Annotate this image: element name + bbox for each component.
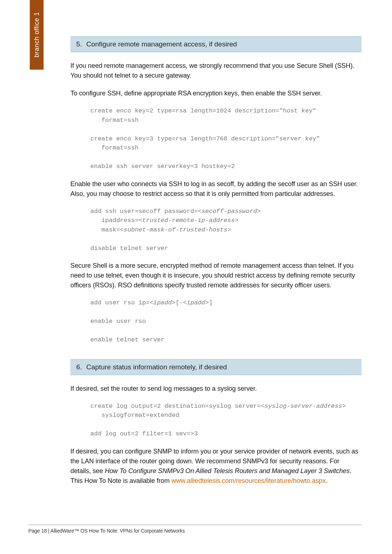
page-footer: Page 18 | AlliedWare™ OS How To Note: VP… [28,525,362,534]
page-content: 5.Configure remote management access, if… [70,36,362,494]
step-6-header: 6.Capture status information remotely, i… [70,359,362,375]
step-5-header: 5.Configure remote management access, if… [70,36,362,52]
step5-para1: If you need remote management access, we… [70,61,362,81]
step-6-title: Capture status information remotely, if … [86,363,227,371]
step5-para2: To configure SSH, define appropriate RSA… [70,89,362,98]
howto-link[interactable]: www.alliedtelesis.com/resources/literatu… [171,477,326,484]
step6-para2: If desired, you can configure SNMP to in… [70,447,362,486]
step-6-number: 6. [76,363,82,371]
side-tab-label: branch office 1 [33,12,41,57]
step-5-title: Configure remote management access, if d… [86,40,237,48]
step5-code2: add ssh user=secoff password=<secoff-pas… [90,207,362,253]
step5-para4: Secure Shell is a more secure, encrypted… [70,261,362,290]
step-5-number: 5. [76,40,82,48]
step6-para1: If desired, set the router to send log m… [70,384,362,394]
side-tab: branch office 1 [30,0,44,70]
step5-code1: create enco key=2 type=rsa length=1024 d… [90,106,362,171]
step5-code3: add user rso ip=<ipadd>[-<ipadd>] enable… [90,298,362,345]
step5-para3: Enable the user who connects via SSH to … [70,179,362,199]
step6-code1: create log output=2 destination=syslog s… [90,402,362,439]
